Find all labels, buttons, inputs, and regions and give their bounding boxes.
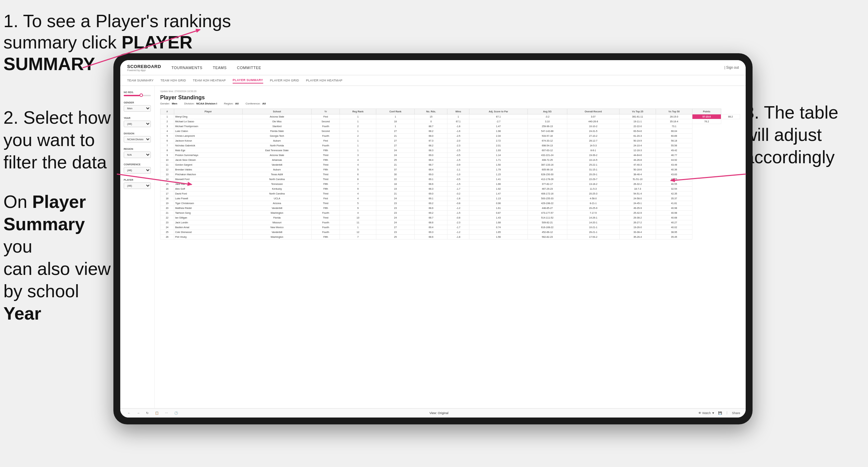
grid-button[interactable]: ⋮ [725, 411, 728, 415]
table-row[interactable]: 10Jacob Skov OlesenArkansasFifth42568.4-… [160, 158, 740, 163]
cell-1-2: Ole Miss [242, 119, 311, 124]
table-row[interactable]: 17David FordNorth CarolinaThird42169.0-0… [160, 191, 740, 196]
copy-button[interactable]: 📋 [153, 411, 160, 415]
view-original-label[interactable]: View: Original [430, 411, 448, 415]
nav-tournaments[interactable]: TOURNAMENTS [171, 64, 202, 71]
filter-region: Region: All [224, 102, 239, 105]
table-row[interactable]: 16Alex GoffKentuckyFifth91968.3-1.71.924… [160, 187, 740, 191]
table-row[interactable]: 6Jackson KoivunAuburnFirst12767.3-2.02.7… [160, 138, 740, 143]
sign-out-link[interactable]: | Sign out [724, 66, 739, 69]
subnav-team-h2h-heatmap[interactable]: TEAM H2H HEATMAP [193, 78, 226, 83]
cell-15-2: Kentucky [242, 187, 311, 191]
cell-18-3: Third [312, 201, 340, 206]
table-row[interactable]: 20Matthew RiedelVanderbiltFifth92368.6-1… [160, 206, 740, 211]
table-row[interactable]: 14Maxwell FordNorth CarolinaThird82269.1… [160, 177, 740, 182]
watch-button[interactable]: 👁 Watch ▼ [698, 411, 715, 415]
subnav-team-summary[interactable]: TEAM SUMMARY [127, 78, 154, 83]
cell-19-11: 49-35-9 [620, 206, 656, 211]
table-row[interactable]: 18Luke PowellUCLAFirst42469.1-1.81.13500… [160, 196, 740, 201]
table-row[interactable]: 21Taehoon SongWashingtonFourth42369.2-1.… [160, 211, 740, 215]
player-select[interactable]: (All) [124, 182, 151, 189]
cell-17-9: 500-155-33 [527, 196, 567, 201]
cell-24-1: Cole Sherwood [174, 230, 242, 235]
cell-17-10: 4-58-0 [567, 196, 619, 201]
table-row[interactable]: 5Christo LamprechtGeorgia TechFourth2216… [160, 134, 740, 138]
subnav-player-h2h-heatmap[interactable]: PLAYER H2H HEATMAP [306, 78, 342, 83]
cell-17-5: 24 [376, 196, 415, 201]
cell-8-5: 24 [376, 153, 415, 158]
table-row[interactable]: 1Wenyi DingArizona StateFirst1115167.1-3… [160, 114, 740, 119]
cell-9-11: 44-26-8 [620, 158, 656, 163]
table-row[interactable]: 19Tiger ChristensenArizonaThird52369.2-0… [160, 201, 740, 206]
conference-select[interactable]: (All) [124, 167, 151, 174]
table-area: Update time: 27/03/2024 16:56:26 Player … [155, 86, 746, 408]
cell-10-8: 1.50 [469, 163, 527, 167]
cell-25-1: Petr Hruby [174, 235, 242, 240]
cell-10-2: Vanderbilt [242, 163, 311, 167]
nav-teams[interactable]: TEAMS [213, 64, 226, 71]
table-row[interactable]: 22Ian GilliganFloridaThird102468.7-0.81.… [160, 215, 740, 220]
col-adj-score: Adj. Score to Par [469, 109, 527, 114]
norids-slider[interactable] [124, 95, 151, 96]
division-select[interactable]: NCAA Division I [124, 136, 151, 143]
cell-4-7: -2.5 [447, 134, 469, 138]
export-button[interactable]: 💾 [718, 411, 722, 415]
table-row[interactable]: 24Bastien AmatNew MexicoFourth12769.4-1.… [160, 225, 740, 230]
table-row[interactable]: 12Brendan ValdesAuburnFifth53768.4-1.11.… [160, 167, 740, 172]
annotation-step2-line1: 2. Select how [3, 108, 111, 127]
clock-button[interactable]: 🕐 [173, 411, 180, 415]
cell-20-3: Fourth [312, 211, 340, 215]
table-row[interactable]: 8Mats EgeEast Tennessee StateFifth12468.… [160, 148, 740, 153]
subnav-player-summary[interactable]: PLAYER SUMMARY [233, 77, 263, 84]
cell-6-6: 68.2 [415, 143, 447, 148]
cell-21-3: Third [312, 215, 340, 220]
table-row[interactable]: 26Petr HrubyWashingtonFifth72568.6-1.81.… [160, 235, 740, 240]
cell-8-6: 69.0 [415, 153, 447, 158]
cell-21-0: 22 [160, 215, 174, 220]
cell-0-1: Wenyi Ding [174, 114, 242, 119]
cell-16-3: Third [312, 191, 340, 196]
gender-select[interactable]: Men [124, 105, 151, 112]
cell-4-10: 27-10-2 [567, 134, 619, 138]
col-vs-top25: Vs Top 25 [620, 109, 656, 114]
table-row[interactable]: 7Nicholas GabrelcikNorth FloridaFourth12… [160, 143, 740, 148]
share-button[interactable]: Share [732, 411, 740, 415]
table-row[interactable]: 15Jake HallTennesseeFifth71868.6-1.51.66… [160, 182, 740, 187]
cell-3-3: Second [312, 129, 340, 134]
forward-button[interactable]: → [135, 411, 142, 415]
refresh-button[interactable]: ↻ [144, 411, 151, 415]
col-reg-rank: Reg Rank [340, 109, 376, 114]
table-row[interactable]: 3Michael ThorbjornsenStanfordFourth2188.… [160, 124, 740, 129]
cell-1-7: 67.1 [447, 119, 469, 124]
filter-gender: Gender: Men [160, 102, 177, 105]
table-row[interactable]: 13Phichaksn MaichonTexas A&MThird63069.0… [160, 172, 740, 177]
cell-4-8: 2.34 [469, 134, 527, 138]
back-button[interactable]: ← [126, 411, 132, 415]
cell-14-3: Fifth [312, 182, 340, 187]
cell-20-1: Taehoon Song [174, 211, 242, 215]
cell-8-12: 46.77 [656, 153, 692, 158]
subnav-team-h2h-grid[interactable]: TEAM H2H GRID [160, 78, 186, 83]
region-select[interactable]: N/A [124, 152, 151, 158]
table-row[interactable]: 9Preston SummerhaysArizona StateThird324… [160, 153, 740, 158]
cell-24-9: 452-66-12 [527, 230, 567, 235]
cell-5-12: 58.18 [656, 138, 692, 143]
cell-16-11: 54-51-4 [620, 191, 656, 196]
region-label: Region [124, 148, 151, 150]
cell-20-6: 69.2 [415, 211, 447, 215]
more-button[interactable]: ⋯ [163, 411, 170, 415]
table-row[interactable]: 25Cole SherwoodVanderbiltFourth122369.3-… [160, 230, 740, 235]
cell-20-11: 25-42-9 [620, 211, 656, 215]
cell-15-9: 467-29-23 [527, 187, 567, 191]
year-select[interactable]: (All) [124, 121, 151, 127]
nav-committee[interactable]: COMMITTEE [237, 64, 261, 71]
table-row[interactable]: 11Gordon SargentVanderbiltThird42168.7-0… [160, 163, 740, 167]
cell-24-12: 38.95 [656, 230, 692, 235]
cell-11-3: Fifth [312, 167, 340, 172]
table-row[interactable]: 2Michael Le SassoOle MissSecond118067.1-… [160, 119, 740, 124]
cell-5-6: 67.3 [415, 138, 447, 143]
table-row[interactable]: 23Jack LundinMissouriFourth112468.6-2.31… [160, 220, 740, 225]
table-row[interactable]: 4Luke ClatonFlorida StateSecond12768.2-1… [160, 129, 740, 134]
cell-12-12: 43.83 [656, 172, 692, 177]
subnav-player-h2h-grid[interactable]: PLAYER H2H GRID [270, 78, 299, 83]
